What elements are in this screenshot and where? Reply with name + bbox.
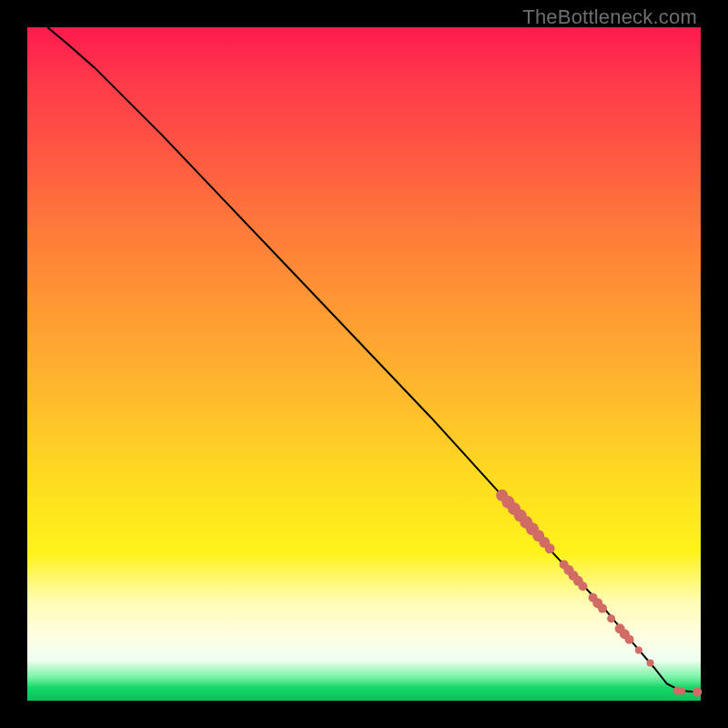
watermark-text: TheBottleneck.com [522,5,697,29]
data-point [598,604,607,613]
chart-stage: TheBottleneck.com [0,0,728,728]
data-point [625,635,634,644]
data-point [647,660,654,667]
data-point [607,614,615,622]
data-point [545,543,555,553]
data-point [579,581,588,591]
points-group [496,490,702,697]
data-point [678,688,685,695]
data-point [693,687,702,696]
overlay-svg [27,27,701,701]
curve-path [47,27,697,692]
data-point [635,647,642,654]
